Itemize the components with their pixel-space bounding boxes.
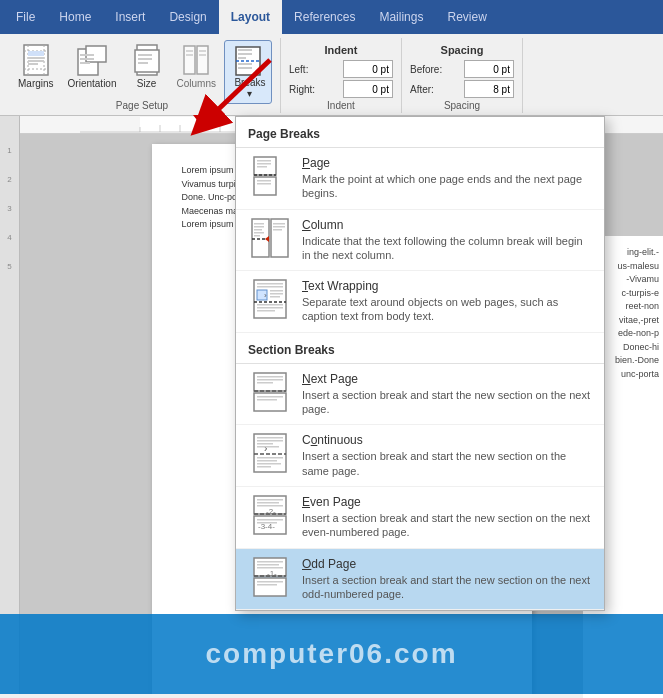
- svg-rect-22: [186, 54, 193, 56]
- svg-rect-27: [238, 49, 252, 51]
- svg-rect-59: [257, 180, 271, 182]
- indent-right-label: Right:: [289, 84, 339, 95]
- svg-rect-120: [257, 567, 283, 569]
- svg-rect-83: [257, 307, 283, 309]
- orientation-label: Orientation: [68, 78, 117, 89]
- svg-rect-57: [257, 163, 271, 165]
- break-page-text: Page Mark the point at which one page en…: [302, 156, 592, 201]
- section-breaks-header: Section Breaks: [236, 337, 604, 364]
- svg-rect-16: [138, 54, 152, 56]
- svg-rect-29: [238, 57, 246, 59]
- break-textwrap-item[interactable]: › Text Wrapping Separate text around obj…: [236, 271, 604, 333]
- tab-insert[interactable]: Insert: [103, 0, 157, 34]
- svg-rect-12: [80, 58, 94, 60]
- svg-rect-62: [271, 219, 288, 257]
- columns-label: Columns: [177, 78, 216, 89]
- svg-rect-18: [138, 62, 148, 64]
- break-evenpage-text: Even Page Insert a section break and sta…: [302, 495, 592, 540]
- size-button[interactable]: Size: [125, 40, 169, 93]
- break-evenpage-item[interactable]: -2- -3-4- Even Page Insert a section bre…: [236, 487, 604, 549]
- indent-right-input[interactable]: [343, 80, 393, 98]
- break-column-desc: Indicate that the text following the col…: [302, 234, 592, 263]
- break-column-title: Column: [302, 218, 592, 232]
- svg-rect-8: [28, 63, 38, 65]
- svg-rect-60: [257, 183, 271, 185]
- break-nextpage-item[interactable]: Next Page Insert a section break and sta…: [236, 364, 604, 426]
- svg-rect-71: [273, 229, 282, 231]
- columns-button[interactable]: Columns: [171, 40, 222, 93]
- svg-rect-7: [28, 60, 44, 62]
- break-oddpage-item[interactable]: -1- Odd Page Insert a section break and …: [236, 549, 604, 611]
- spacing-group: Spacing Before: After: Spacing: [402, 38, 523, 113]
- svg-rect-24: [199, 54, 206, 56]
- tab-layout[interactable]: Layout: [219, 0, 282, 34]
- spacing-after-input[interactable]: [464, 80, 514, 98]
- tab-review[interactable]: Review: [435, 0, 498, 34]
- break-page-title: Page: [302, 156, 592, 170]
- break-column-item[interactable]: Column Indicate that the text following …: [236, 210, 604, 272]
- tab-mailings[interactable]: Mailings: [367, 0, 435, 34]
- svg-rect-64: [254, 223, 264, 225]
- svg-rect-116: [254, 578, 286, 596]
- svg-text:-3-4-: -3-4-: [258, 522, 275, 531]
- size-label: Size: [137, 78, 156, 89]
- svg-rect-31: [238, 67, 252, 69]
- columns-icon: [180, 44, 212, 76]
- svg-text:›: ›: [264, 443, 267, 454]
- orientation-button[interactable]: Orientation: [62, 40, 123, 93]
- svg-rect-87: [254, 393, 286, 411]
- svg-rect-92: [257, 399, 277, 401]
- svg-rect-98: [257, 443, 273, 445]
- break-continuous-item[interactable]: › Continuous Insert a section break and …: [236, 425, 604, 487]
- svg-rect-13: [80, 62, 90, 64]
- svg-rect-77: [270, 290, 283, 292]
- indent-label: Indent: [281, 100, 401, 111]
- spacing-before-input[interactable]: [464, 60, 514, 78]
- break-page-icon: [248, 156, 292, 196]
- tab-references[interactable]: References: [282, 0, 367, 34]
- spacing-before-label: Before:: [410, 64, 460, 75]
- left-ruler: 1 2 3 4 5: [0, 116, 20, 694]
- break-oddpage-desc: Insert a section break and start the new…: [302, 573, 592, 602]
- svg-rect-79: [270, 296, 280, 298]
- breaks-button[interactable]: Breaks ▾: [224, 40, 272, 104]
- size-icon: [131, 44, 163, 76]
- tab-design[interactable]: Design: [157, 0, 218, 34]
- svg-rect-89: [257, 379, 283, 381]
- svg-rect-84: [257, 310, 275, 312]
- svg-rect-96: [257, 437, 283, 439]
- svg-rect-30: [238, 63, 252, 65]
- svg-rect-97: [257, 440, 283, 442]
- svg-rect-102: [257, 463, 281, 465]
- break-column-icon: [248, 218, 292, 258]
- ribbon-body: Margins Orientation: [0, 34, 663, 116]
- tab-file[interactable]: File: [4, 0, 47, 34]
- svg-rect-58: [257, 166, 267, 168]
- margins-button[interactable]: Margins: [12, 40, 60, 93]
- svg-rect-70: [273, 226, 285, 228]
- break-textwrap-title: Text Wrapping: [302, 279, 592, 293]
- spacing-label: Spacing: [402, 100, 522, 111]
- svg-rect-28: [238, 53, 252, 55]
- svg-rect-17: [138, 58, 152, 60]
- svg-rect-5: [28, 51, 44, 56]
- indent-right-row: Right:: [289, 80, 393, 98]
- break-oddpage-icon: -1-: [248, 557, 292, 597]
- breaks-label: Breaks ▾: [234, 77, 265, 99]
- break-nextpage-title: Next Page: [302, 372, 592, 386]
- watermark-text: computer06.com: [205, 638, 457, 670]
- tab-home[interactable]: Home: [47, 0, 103, 34]
- svg-rect-66: [254, 229, 262, 231]
- break-textwrap-text: Text Wrapping Separate text around objec…: [302, 279, 592, 324]
- break-page-item[interactable]: Page Mark the point at which one page en…: [236, 148, 604, 210]
- svg-rect-65: [254, 226, 264, 228]
- svg-rect-103: [257, 466, 271, 468]
- break-evenpage-title: Even Page: [302, 495, 592, 509]
- svg-rect-75: [257, 286, 283, 288]
- break-continuous-desc: Insert a section break and start the new…: [302, 449, 592, 478]
- break-continuous-text: Continuous Insert a section break and st…: [302, 433, 592, 478]
- ruler-marks: 1 2 3 4 5: [0, 116, 19, 694]
- break-nextpage-text: Next Page Insert a section break and sta…: [302, 372, 592, 417]
- indent-left-input[interactable]: [343, 60, 393, 78]
- svg-rect-23: [199, 50, 206, 52]
